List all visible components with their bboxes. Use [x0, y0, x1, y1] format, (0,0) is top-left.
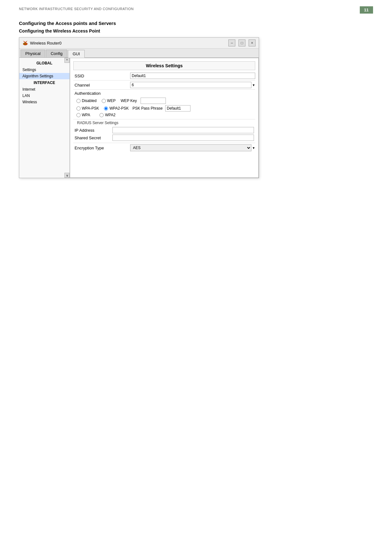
- wep-key-input[interactable]: [141, 98, 166, 104]
- window-title: Wireless Router0: [30, 41, 62, 45]
- close-button[interactable]: ×: [249, 39, 256, 46]
- window-tabs: Physical Config GUI: [19, 49, 259, 58]
- sidebar-item-lan[interactable]: LAN: [19, 93, 69, 99]
- subsection-title: Configuring the Wireless Access Point: [19, 28, 373, 33]
- radio-disabled[interactable]: [76, 99, 81, 103]
- router-icon: [22, 40, 28, 46]
- wireless-settings-title: Wireless Settings: [73, 61, 255, 70]
- encryption-row: Encryption Type AES TKIP ▼: [73, 143, 255, 153]
- radio-wpa[interactable]: [76, 113, 81, 117]
- channel-dropdown-arrow: ▼: [252, 83, 255, 87]
- channel-label: Channel: [73, 83, 130, 87]
- sidebar-interface-header: INTERFACE: [19, 79, 69, 86]
- window-titlebar: Wireless Router0 – □ ×: [19, 38, 259, 49]
- channel-row: Channel 12345 67891011 ▼: [73, 81, 255, 90]
- sidebar-item-internet[interactable]: Internet: [19, 86, 69, 93]
- sidebar-item-wireless[interactable]: Wireless: [19, 99, 69, 105]
- ip-address-input[interactable]: [112, 127, 254, 133]
- radio-wep[interactable]: [102, 99, 106, 103]
- ip-address-label: IP Address: [75, 128, 112, 133]
- wep-key-label: WEP Key: [121, 99, 137, 103]
- header-text: NETWORK INFRASTRUCTURE SECURITY AND CONF…: [19, 7, 134, 11]
- radio-wpapsk-group: WPA-PSK: [76, 106, 99, 111]
- svg-point-3: [25, 44, 25, 44]
- title-left: Wireless Router0: [22, 40, 62, 46]
- tab-gui[interactable]: GUI: [68, 50, 85, 58]
- radio-disabled-group: Disabled: [76, 99, 97, 103]
- svg-point-2: [24, 44, 24, 44]
- sidebar-item-settings[interactable]: Settings: [19, 67, 69, 73]
- channel-select-wrapper: 12345 67891011 ▼: [130, 82, 255, 88]
- radio-wpa-psk[interactable]: [76, 106, 81, 111]
- minimize-button[interactable]: –: [228, 39, 235, 46]
- encryption-label: Encryption Type: [73, 146, 130, 150]
- psk-passphrase-input[interactable]: [165, 105, 190, 111]
- psk-passphrase-label: PSK Pass Phrase: [133, 106, 163, 111]
- page-number: 11: [360, 6, 373, 14]
- sidebar-global-header: GLOBAL: [19, 60, 69, 67]
- window-controls: – □ ×: [228, 39, 256, 46]
- maximize-button[interactable]: □: [238, 39, 245, 46]
- radio-wep-group: WEP: [102, 99, 116, 103]
- auth-label: Authentication: [73, 91, 255, 96]
- radio-wpa2-label: WPA2: [105, 113, 115, 117]
- ip-address-row: IP Address: [73, 126, 255, 134]
- sidebar: ^ GLOBAL Settings Algorithm Settings INT…: [19, 58, 70, 178]
- sidebar-scroll-down[interactable]: ∨: [64, 173, 69, 178]
- auth-row-1: Disabled WEP WEP Key: [73, 97, 255, 105]
- shared-secret-label: Shared Secret: [75, 135, 112, 140]
- radio-wpa2-group: WPA2: [100, 113, 115, 117]
- sidebar-item-algorithm-settings[interactable]: Algorithm Settings: [19, 73, 69, 79]
- encryption-select-wrapper: AES TKIP ▼: [130, 144, 255, 151]
- sidebar-scroll-up[interactable]: ^: [64, 58, 69, 63]
- page-header: NETWORK INFRASTRUCTURE SECURITY AND CONF…: [19, 6, 373, 11]
- window-body: ^ GLOBAL Settings Algorithm Settings INT…: [19, 58, 259, 178]
- radio-disabled-label: Disabled: [82, 99, 97, 103]
- router-window: Wireless Router0 – □ × Physical Config G…: [19, 37, 259, 178]
- radio-wpa2-psk[interactable]: [104, 106, 108, 111]
- ssid-input[interactable]: [130, 73, 255, 79]
- wireless-settings-panel: Wireless Settings SSID Channel 12345: [70, 58, 258, 156]
- auth-row-2: WPA-PSK WPA2-PSK PSK Pass Phrase: [73, 105, 255, 112]
- auth-row-3: WPA WPA2: [73, 112, 255, 118]
- section-title: Configuring the Access points and Server…: [19, 21, 373, 26]
- encryption-dropdown-arrow: ▼: [252, 146, 255, 150]
- encryption-select[interactable]: AES TKIP: [130, 144, 251, 151]
- shared-secret-row: Shared Secret: [73, 134, 255, 142]
- radio-wpa-label: WPA: [82, 113, 90, 117]
- channel-select[interactable]: 12345 67891011: [130, 82, 251, 88]
- radio-wpa2-psk-label: WPA2-PSK: [109, 106, 129, 111]
- ssid-label: SSID: [73, 74, 130, 78]
- radius-title: RADIUS Server Settings: [73, 121, 255, 125]
- main-content: Wireless Settings SSID Channel 12345: [70, 58, 259, 178]
- ssid-value: [130, 73, 255, 79]
- radio-wpa-psk-label: WPA-PSK: [82, 106, 99, 111]
- radio-wpa2psk-group: WPA2-PSK: [104, 106, 129, 111]
- tab-physical[interactable]: Physical: [21, 50, 45, 57]
- radio-wpa-group: WPA: [76, 113, 90, 117]
- channel-value: 12345 67891011 ▼: [130, 82, 255, 88]
- authentication-section: Authentication Disabled WEP WEP Key: [73, 90, 255, 119]
- ssid-row: SSID: [73, 71, 255, 81]
- radius-section: RADIUS Server Settings IP Address Shared…: [73, 119, 255, 143]
- radio-wpa2[interactable]: [100, 113, 104, 117]
- shared-secret-input[interactable]: [112, 135, 254, 141]
- tab-config[interactable]: Config: [46, 50, 67, 57]
- radio-wep-label: WEP: [107, 99, 116, 103]
